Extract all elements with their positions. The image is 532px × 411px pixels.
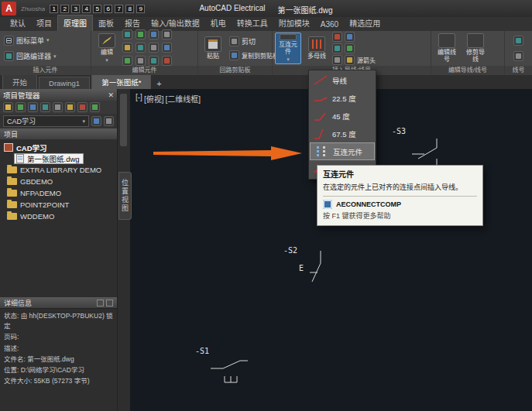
- icon-menu-button[interactable]: 图标菜单 ▾: [2, 35, 88, 46]
- qat-keytip-7[interactable]: 7: [115, 5, 123, 13]
- panel-title-edit-component[interactable]: 编辑元件: [91, 66, 197, 75]
- panel-title-insert-component[interactable]: 插入元件: [0, 66, 91, 75]
- qat-keytip-4[interactable]: 4: [82, 5, 91, 13]
- tab-project[interactable]: 项目: [31, 15, 57, 31]
- menu-item-67-5-degree[interactable]: 67.5 度: [310, 125, 375, 142]
- window-title: AutoCAD Electrical 第一张图纸.dwg: [199, 4, 332, 15]
- paste-icon: [204, 36, 221, 52]
- symbol-label-s3[interactable]: -S3: [392, 127, 406, 135]
- folder-icon: [7, 178, 17, 185]
- multiple-bus-button[interactable]: 多母线: [304, 33, 330, 64]
- circuit-builder-button[interactable]: 回路编译器 ▾: [2, 50, 88, 62]
- wire-tool-icon[interactable]: [332, 43, 342, 53]
- wire-number-icon[interactable]: [345, 43, 355, 53]
- tab-import-export[interactable]: 输入/输出数据: [146, 15, 205, 31]
- tab-drawing1[interactable]: Drawing1: [39, 77, 90, 89]
- pm-combo-icon[interactable]: [91, 116, 101, 126]
- trim-wire-button[interactable]: 修剪导线: [462, 33, 489, 64]
- tree-item-project[interactable]: WDDEMO: [0, 211, 117, 222]
- edit-tool-icon[interactable]: [162, 43, 172, 53]
- tab-schematic[interactable]: 原理图: [57, 15, 93, 31]
- qat-keytip-5[interactable]: 5: [93, 5, 101, 13]
- pm-toolbar-icon[interactable]: [3, 102, 13, 112]
- close-icon[interactable]: ✕: [108, 91, 114, 99]
- viewport-control[interactable]: [-]: [136, 93, 142, 104]
- visual-style-control[interactable]: [二维线框]: [165, 93, 201, 104]
- qat-keytip-1[interactable]: 1: [50, 5, 58, 13]
- edit-tool-icon[interactable]: [136, 29, 146, 39]
- panel-title-wire-extra[interactable]: 线号: [505, 66, 532, 75]
- tab-electromechanical[interactable]: 机电: [205, 15, 232, 31]
- qat-keytip-8[interactable]: 8: [125, 5, 134, 13]
- edit-tool-icon[interactable]: [162, 29, 172, 39]
- paste-button[interactable]: 粘贴: [201, 33, 225, 64]
- pm-toolbar-icon[interactable]: [28, 102, 38, 112]
- tree-item-project[interactable]: POINT2POINT: [0, 199, 117, 211]
- symbol-label-s1[interactable]: -S1: [195, 347, 209, 355]
- menu-item-interconnect-components[interactable]: 互连元件: [310, 142, 375, 160]
- new-drawing-button[interactable]: +: [153, 79, 165, 89]
- tab-a360[interactable]: A360: [315, 19, 344, 31]
- edit-tool-icon[interactable]: [136, 43, 146, 53]
- pm-toolbar-icon[interactable]: [65, 102, 75, 112]
- panel-insert-component: 图标菜单 ▾ 回路编译器 ▾ 插入元件: [0, 31, 91, 75]
- wire-number-icon[interactable]: [345, 32, 355, 42]
- menu-item-wire[interactable]: 导线: [310, 71, 375, 89]
- source-arrow-button[interactable]: 源箭头: [345, 55, 376, 65]
- pm-toolbar-icon[interactable]: [90, 102, 100, 112]
- tab-featured-apps[interactable]: 精选应用: [344, 15, 386, 31]
- wire-extra-icon[interactable]: [513, 51, 523, 61]
- tab-reports[interactable]: 报告: [119, 15, 146, 31]
- menu-item-45-degree[interactable]: 45 度: [310, 107, 375, 125]
- pm-toolbar-icon[interactable]: [53, 102, 63, 112]
- edit-component-button[interactable]: 编辑 ▾: [94, 33, 120, 64]
- symbol-label-s2[interactable]: -S2: [283, 246, 297, 255]
- wire-tool-icon[interactable]: [332, 32, 342, 42]
- tab-add-ins[interactable]: 附加模块: [273, 15, 315, 31]
- tree-item-project[interactable]: NFPADEMO: [0, 187, 117, 199]
- pm-toolbar-icon[interactable]: [15, 102, 26, 112]
- interconnect-components-split-button[interactable]: 互连元件 ▾: [275, 33, 301, 64]
- edit-tool-icon[interactable]: [122, 43, 132, 53]
- panel-title-edit-wire[interactable]: 编辑导线/线号: [431, 66, 504, 75]
- switch-symbol-s1[interactable]: [209, 358, 251, 387]
- qat-keytip-2[interactable]: 2: [60, 5, 69, 13]
- edit-tool-icon[interactable]: [149, 43, 159, 53]
- tab-active-drawing[interactable]: 第一张图纸*: [91, 74, 151, 89]
- edit-tool-icon[interactable]: [149, 29, 159, 39]
- edit-wire-number-button[interactable]: 编辑线号: [434, 33, 460, 64]
- project-select-combobox[interactable]: CAD学习 ▾: [3, 115, 89, 127]
- tab-start[interactable]: 开始: [2, 74, 37, 89]
- qat-keytip-3[interactable]: 3: [71, 5, 80, 13]
- tab-panel[interactable]: 面板: [93, 15, 119, 31]
- edit-tool-icon[interactable]: [122, 29, 132, 39]
- tree-item-project[interactable]: GBDEMO: [0, 176, 117, 187]
- dock-scrollbar[interactable]: [120, 94, 127, 146]
- wire-extra-icon[interactable]: [513, 36, 523, 46]
- edit-tool-icon[interactable]: [149, 56, 159, 66]
- view-control[interactable]: [俯视]: [144, 93, 164, 104]
- tree-item-project[interactable]: EXTRA LIBRARY DEMO: [0, 164, 117, 176]
- location-view-tab[interactable]: 位置视图: [118, 172, 132, 220]
- edit-tool-icon[interactable]: [136, 56, 146, 66]
- menu-item-22-5-degree[interactable]: 22.5 度: [310, 89, 375, 107]
- qat-keytip-6[interactable]: 6: [104, 5, 112, 13]
- tab-conversion-tools[interactable]: 转换工具: [232, 15, 273, 31]
- tree-item-active-project[interactable]: CAD学习: [0, 142, 117, 153]
- symbol-sub-label-e[interactable]: E: [299, 264, 304, 272]
- pm-toolbar-icon[interactable]: [40, 102, 50, 112]
- panel-title-circuit-clipboard[interactable]: 回路剪贴板: [198, 66, 272, 75]
- edit-tool-icon[interactable]: [162, 56, 172, 66]
- application-menu-button[interactable]: A: [2, 2, 16, 15]
- tab-default[interactable]: 默认: [5, 15, 31, 31]
- qat-keytip-9[interactable]: 9: [136, 5, 145, 13]
- edit-tool-icon[interactable]: [122, 56, 132, 66]
- switch-symbol-s2[interactable]: [308, 249, 328, 289]
- pm-toolbar-icon[interactable]: [77, 102, 88, 112]
- tree-item-active-drawing[interactable]: 第一张图纸.dwg: [14, 153, 84, 164]
- wire-tool-icon[interactable]: [332, 55, 342, 65]
- pm-combo-icon[interactable]: [104, 116, 114, 126]
- interconnect-icon: [314, 145, 329, 158]
- details-pin-icon[interactable]: [97, 300, 104, 307]
- details-expand-icon[interactable]: [106, 300, 113, 307]
